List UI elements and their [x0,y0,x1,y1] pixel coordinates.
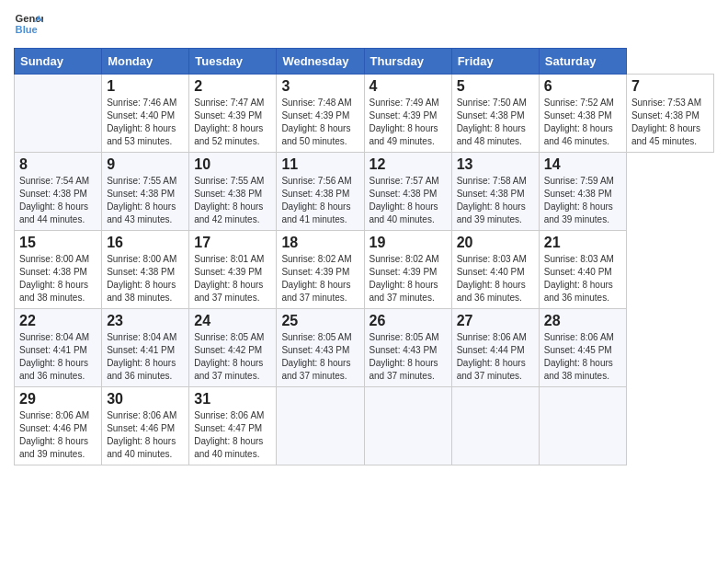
day-info: Sunrise: 8:05 AM Sunset: 4:42 PM Dayligh… [194,331,271,383]
day-number: 8 [19,156,97,173]
day-number: 28 [544,313,621,329]
page-header: General Blue [14,9,714,39]
calendar-cell: 17Sunrise: 8:01 AM Sunset: 4:39 PM Dayli… [189,231,277,309]
calendar-cell: 7Sunrise: 7:53 AM Sunset: 4:38 PM Daylig… [626,75,713,153]
header-cell-friday: Friday [451,49,539,75]
logo-icon: General Blue [14,9,43,39]
day-info: Sunrise: 7:59 AM Sunset: 4:38 PM Dayligh… [544,175,621,226]
week-row-4: 22Sunrise: 8:04 AM Sunset: 4:41 PM Dayli… [15,309,714,387]
calendar-cell: 26Sunrise: 8:05 AM Sunset: 4:43 PM Dayli… [364,309,451,387]
day-info: Sunrise: 7:47 AM Sunset: 4:39 PM Dayligh… [194,97,271,148]
calendar-cell [451,387,539,465]
day-number: 2 [194,78,271,95]
day-info: Sunrise: 8:00 AM Sunset: 4:38 PM Dayligh… [107,253,184,304]
calendar-cell: 2Sunrise: 7:47 AM Sunset: 4:39 PM Daylig… [189,75,277,153]
calendar-cell: 13Sunrise: 7:58 AM Sunset: 4:38 PM Dayli… [451,153,539,231]
day-number: 3 [281,78,358,95]
day-number: 14 [544,156,621,173]
day-info: Sunrise: 8:06 AM Sunset: 4:45 PM Dayligh… [544,331,621,383]
calendar-cell [364,387,451,465]
day-number: 1 [107,78,184,95]
day-number: 20 [457,235,534,251]
day-info: Sunrise: 8:03 AM Sunset: 4:40 PM Dayligh… [544,253,621,304]
day-info: Sunrise: 8:04 AM Sunset: 4:41 PM Dayligh… [19,331,97,383]
day-info: Sunrise: 8:03 AM Sunset: 4:40 PM Dayligh… [457,253,534,304]
calendar-cell: 8Sunrise: 7:54 AM Sunset: 4:38 PM Daylig… [15,153,102,231]
week-row-2: 8Sunrise: 7:54 AM Sunset: 4:38 PM Daylig… [15,153,714,231]
day-info: Sunrise: 7:53 AM Sunset: 4:38 PM Dayligh… [631,97,709,148]
day-number: 30 [107,391,184,408]
calendar-cell: 9Sunrise: 7:55 AM Sunset: 4:38 PM Daylig… [102,153,189,231]
day-info: Sunrise: 7:55 AM Sunset: 4:38 PM Dayligh… [194,175,271,226]
calendar-cell: 16Sunrise: 8:00 AM Sunset: 4:38 PM Dayli… [102,231,189,309]
week-row-1: 1Sunrise: 7:46 AM Sunset: 4:40 PM Daylig… [15,75,714,153]
calendar-cell: 27Sunrise: 8:06 AM Sunset: 4:44 PM Dayli… [451,309,539,387]
day-info: Sunrise: 7:48 AM Sunset: 4:39 PM Dayligh… [281,97,358,148]
calendar-cell [539,387,626,465]
header-cell-tuesday: Tuesday [189,49,277,75]
calendar-cell: 11Sunrise: 7:56 AM Sunset: 4:38 PM Dayli… [277,153,364,231]
calendar-cell: 23Sunrise: 8:04 AM Sunset: 4:41 PM Dayli… [102,309,189,387]
day-info: Sunrise: 7:57 AM Sunset: 4:38 PM Dayligh… [370,175,447,226]
calendar-cell: 15Sunrise: 8:00 AM Sunset: 4:38 PM Dayli… [15,231,102,309]
day-number: 10 [194,156,271,173]
calendar-cell: 19Sunrise: 8:02 AM Sunset: 4:39 PM Dayli… [364,231,451,309]
day-number: 21 [544,235,621,251]
day-info: Sunrise: 8:04 AM Sunset: 4:41 PM Dayligh… [107,331,184,383]
day-number: 29 [19,391,97,408]
calendar-cell: 12Sunrise: 7:57 AM Sunset: 4:38 PM Dayli… [364,153,451,231]
day-number: 15 [19,235,97,251]
day-info: Sunrise: 7:54 AM Sunset: 4:38 PM Dayligh… [19,175,97,226]
day-number: 4 [370,78,447,95]
week-row-3: 15Sunrise: 8:00 AM Sunset: 4:38 PM Dayli… [15,231,714,309]
calendar-cell: 1Sunrise: 7:46 AM Sunset: 4:40 PM Daylig… [102,75,189,153]
day-number: 7 [631,78,709,95]
day-info: Sunrise: 7:52 AM Sunset: 4:38 PM Dayligh… [544,97,621,148]
day-info: Sunrise: 8:05 AM Sunset: 4:43 PM Dayligh… [281,331,358,383]
calendar-cell: 25Sunrise: 8:05 AM Sunset: 4:43 PM Dayli… [277,309,364,387]
day-info: Sunrise: 8:02 AM Sunset: 4:39 PM Dayligh… [370,253,447,304]
day-info: Sunrise: 7:58 AM Sunset: 4:38 PM Dayligh… [457,175,534,226]
day-info: Sunrise: 8:06 AM Sunset: 4:46 PM Dayligh… [19,409,97,461]
calendar-cell: 18Sunrise: 8:02 AM Sunset: 4:39 PM Dayli… [277,231,364,309]
calendar-cell: 30Sunrise: 8:06 AM Sunset: 4:46 PM Dayli… [102,387,189,465]
day-number: 25 [281,313,358,329]
day-info: Sunrise: 8:06 AM Sunset: 4:44 PM Dayligh… [457,331,534,383]
calendar-cell: 22Sunrise: 8:04 AM Sunset: 4:41 PM Dayli… [15,309,102,387]
day-number: 24 [194,313,271,329]
header-cell-monday: Monday [102,49,189,75]
day-number: 11 [281,156,358,173]
header-cell-thursday: Thursday [364,49,451,75]
day-info: Sunrise: 8:05 AM Sunset: 4:43 PM Dayligh… [370,331,447,383]
day-info: Sunrise: 8:06 AM Sunset: 4:47 PM Dayligh… [194,409,271,461]
day-number: 23 [107,313,184,329]
day-info: Sunrise: 7:46 AM Sunset: 4:40 PM Dayligh… [107,97,184,148]
day-info: Sunrise: 8:06 AM Sunset: 4:46 PM Dayligh… [107,409,184,461]
calendar-cell: 14Sunrise: 7:59 AM Sunset: 4:38 PM Dayli… [539,153,626,231]
day-info: Sunrise: 7:55 AM Sunset: 4:38 PM Dayligh… [107,175,184,226]
calendar-cell: 28Sunrise: 8:06 AM Sunset: 4:45 PM Dayli… [539,309,626,387]
calendar-cell: 31Sunrise: 8:06 AM Sunset: 4:47 PM Dayli… [189,387,277,465]
day-info: Sunrise: 7:50 AM Sunset: 4:38 PM Dayligh… [457,97,534,148]
calendar-cell: 21Sunrise: 8:03 AM Sunset: 4:40 PM Dayli… [539,231,626,309]
header-row: SundayMondayTuesdayWednesdayThursdayFrid… [15,49,714,75]
day-number: 26 [370,313,447,329]
calendar-cell: 29Sunrise: 8:06 AM Sunset: 4:46 PM Dayli… [15,387,102,465]
day-info: Sunrise: 8:02 AM Sunset: 4:39 PM Dayligh… [281,253,358,304]
day-info: Sunrise: 7:49 AM Sunset: 4:39 PM Dayligh… [370,97,447,148]
calendar-cell: 10Sunrise: 7:55 AM Sunset: 4:38 PM Dayli… [189,153,277,231]
day-number: 16 [107,235,184,251]
day-info: Sunrise: 8:00 AM Sunset: 4:38 PM Dayligh… [19,253,97,304]
day-info: Sunrise: 8:01 AM Sunset: 4:39 PM Dayligh… [194,253,271,304]
day-number: 9 [107,156,184,173]
empty-cell [15,75,102,153]
day-number: 17 [194,235,271,251]
day-number: 6 [544,78,621,95]
week-row-5: 29Sunrise: 8:06 AM Sunset: 4:46 PM Dayli… [15,387,714,465]
calendar-cell [277,387,364,465]
page-container: General Blue SundayMondayTuesdayWednesda… [0,0,728,475]
day-number: 19 [370,235,447,251]
calendar-cell: 4Sunrise: 7:49 AM Sunset: 4:39 PM Daylig… [364,75,451,153]
day-number: 31 [194,391,271,408]
calendar-cell: 24Sunrise: 8:05 AM Sunset: 4:42 PM Dayli… [189,309,277,387]
